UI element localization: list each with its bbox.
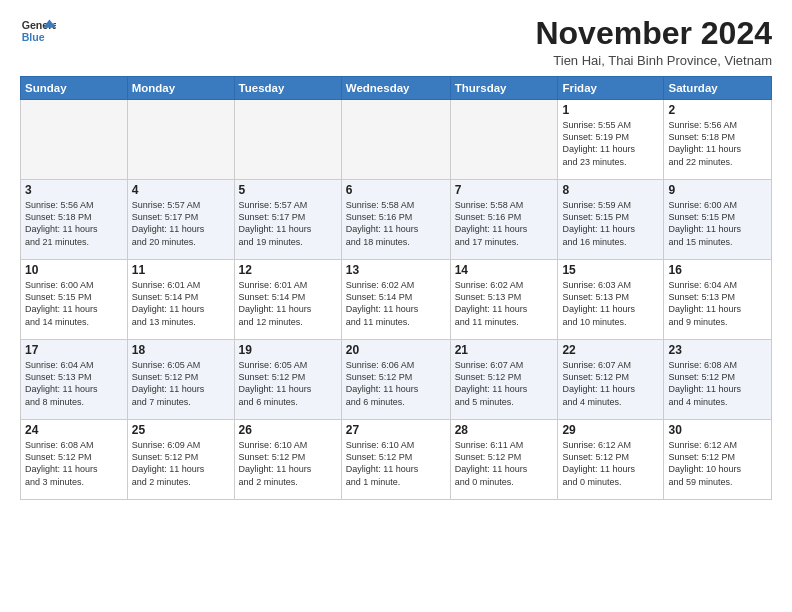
day-info: Sunrise: 6:10 AM Sunset: 5:12 PM Dayligh…: [346, 439, 446, 488]
day-number: 2: [668, 103, 767, 117]
day-info: Sunrise: 6:12 AM Sunset: 5:12 PM Dayligh…: [562, 439, 659, 488]
day-cell: 6Sunrise: 5:58 AM Sunset: 5:16 PM Daylig…: [341, 180, 450, 260]
week-row-0: 1Sunrise: 5:55 AM Sunset: 5:19 PM Daylig…: [21, 100, 772, 180]
day-info: Sunrise: 6:01 AM Sunset: 5:14 PM Dayligh…: [132, 279, 230, 328]
day-info: Sunrise: 5:56 AM Sunset: 5:18 PM Dayligh…: [25, 199, 123, 248]
day-info: Sunrise: 5:57 AM Sunset: 5:17 PM Dayligh…: [132, 199, 230, 248]
day-number: 15: [562, 263, 659, 277]
col-wednesday: Wednesday: [341, 77, 450, 100]
header-row: General Blue November 2024 Tien Hai, Tha…: [20, 16, 772, 68]
day-cell: [234, 100, 341, 180]
day-cell: 1Sunrise: 5:55 AM Sunset: 5:19 PM Daylig…: [558, 100, 664, 180]
day-cell: 28Sunrise: 6:11 AM Sunset: 5:12 PM Dayli…: [450, 420, 558, 500]
day-number: 18: [132, 343, 230, 357]
day-info: Sunrise: 6:06 AM Sunset: 5:12 PM Dayligh…: [346, 359, 446, 408]
day-cell: 17Sunrise: 6:04 AM Sunset: 5:13 PM Dayli…: [21, 340, 128, 420]
day-number: 3: [25, 183, 123, 197]
day-number: 13: [346, 263, 446, 277]
day-number: 20: [346, 343, 446, 357]
col-thursday: Thursday: [450, 77, 558, 100]
col-monday: Monday: [127, 77, 234, 100]
day-number: 12: [239, 263, 337, 277]
day-number: 17: [25, 343, 123, 357]
day-cell: 20Sunrise: 6:06 AM Sunset: 5:12 PM Dayli…: [341, 340, 450, 420]
header-row-days: Sunday Monday Tuesday Wednesday Thursday…: [21, 77, 772, 100]
day-number: 25: [132, 423, 230, 437]
day-cell: 8Sunrise: 5:59 AM Sunset: 5:15 PM Daylig…: [558, 180, 664, 260]
day-info: Sunrise: 6:01 AM Sunset: 5:14 PM Dayligh…: [239, 279, 337, 328]
day-number: 5: [239, 183, 337, 197]
day-cell: [341, 100, 450, 180]
day-cell: 16Sunrise: 6:04 AM Sunset: 5:13 PM Dayli…: [664, 260, 772, 340]
day-info: Sunrise: 5:55 AM Sunset: 5:19 PM Dayligh…: [562, 119, 659, 168]
day-number: 27: [346, 423, 446, 437]
day-info: Sunrise: 6:09 AM Sunset: 5:12 PM Dayligh…: [132, 439, 230, 488]
day-number: 21: [455, 343, 554, 357]
day-cell: 30Sunrise: 6:12 AM Sunset: 5:12 PM Dayli…: [664, 420, 772, 500]
day-cell: 13Sunrise: 6:02 AM Sunset: 5:14 PM Dayli…: [341, 260, 450, 340]
day-number: 10: [25, 263, 123, 277]
day-number: 6: [346, 183, 446, 197]
day-cell: 27Sunrise: 6:10 AM Sunset: 5:12 PM Dayli…: [341, 420, 450, 500]
day-number: 8: [562, 183, 659, 197]
svg-text:Blue: Blue: [22, 31, 45, 43]
col-saturday: Saturday: [664, 77, 772, 100]
day-number: 23: [668, 343, 767, 357]
day-number: 30: [668, 423, 767, 437]
day-number: 24: [25, 423, 123, 437]
day-cell: 24Sunrise: 6:08 AM Sunset: 5:12 PM Dayli…: [21, 420, 128, 500]
location: Tien Hai, Thai Binh Province, Vietnam: [535, 53, 772, 68]
day-info: Sunrise: 5:59 AM Sunset: 5:15 PM Dayligh…: [562, 199, 659, 248]
title-block: November 2024 Tien Hai, Thai Binh Provin…: [535, 16, 772, 68]
day-info: Sunrise: 6:04 AM Sunset: 5:13 PM Dayligh…: [25, 359, 123, 408]
logo: General Blue: [20, 16, 60, 46]
day-number: 29: [562, 423, 659, 437]
calendar-body: 1Sunrise: 5:55 AM Sunset: 5:19 PM Daylig…: [21, 100, 772, 500]
page: General Blue November 2024 Tien Hai, Tha…: [0, 0, 792, 510]
week-row-3: 17Sunrise: 6:04 AM Sunset: 5:13 PM Dayli…: [21, 340, 772, 420]
day-cell: 15Sunrise: 6:03 AM Sunset: 5:13 PM Dayli…: [558, 260, 664, 340]
day-info: Sunrise: 6:00 AM Sunset: 5:15 PM Dayligh…: [668, 199, 767, 248]
day-info: Sunrise: 5:56 AM Sunset: 5:18 PM Dayligh…: [668, 119, 767, 168]
day-cell: 29Sunrise: 6:12 AM Sunset: 5:12 PM Dayli…: [558, 420, 664, 500]
calendar: Sunday Monday Tuesday Wednesday Thursday…: [20, 76, 772, 500]
day-cell: 10Sunrise: 6:00 AM Sunset: 5:15 PM Dayli…: [21, 260, 128, 340]
day-cell: 22Sunrise: 6:07 AM Sunset: 5:12 PM Dayli…: [558, 340, 664, 420]
day-info: Sunrise: 6:12 AM Sunset: 5:12 PM Dayligh…: [668, 439, 767, 488]
day-info: Sunrise: 5:57 AM Sunset: 5:17 PM Dayligh…: [239, 199, 337, 248]
day-cell: 23Sunrise: 6:08 AM Sunset: 5:12 PM Dayli…: [664, 340, 772, 420]
day-number: 11: [132, 263, 230, 277]
day-cell: 3Sunrise: 5:56 AM Sunset: 5:18 PM Daylig…: [21, 180, 128, 260]
day-cell: 4Sunrise: 5:57 AM Sunset: 5:17 PM Daylig…: [127, 180, 234, 260]
day-info: Sunrise: 6:08 AM Sunset: 5:12 PM Dayligh…: [668, 359, 767, 408]
col-friday: Friday: [558, 77, 664, 100]
day-cell: 21Sunrise: 6:07 AM Sunset: 5:12 PM Dayli…: [450, 340, 558, 420]
col-tuesday: Tuesday: [234, 77, 341, 100]
week-row-2: 10Sunrise: 6:00 AM Sunset: 5:15 PM Dayli…: [21, 260, 772, 340]
day-number: 16: [668, 263, 767, 277]
day-info: Sunrise: 6:08 AM Sunset: 5:12 PM Dayligh…: [25, 439, 123, 488]
day-number: 4: [132, 183, 230, 197]
day-cell: 9Sunrise: 6:00 AM Sunset: 5:15 PM Daylig…: [664, 180, 772, 260]
day-number: 7: [455, 183, 554, 197]
day-cell: 7Sunrise: 5:58 AM Sunset: 5:16 PM Daylig…: [450, 180, 558, 260]
day-number: 1: [562, 103, 659, 117]
day-number: 22: [562, 343, 659, 357]
day-number: 9: [668, 183, 767, 197]
day-cell: [450, 100, 558, 180]
month-title: November 2024: [535, 16, 772, 51]
day-info: Sunrise: 6:05 AM Sunset: 5:12 PM Dayligh…: [132, 359, 230, 408]
day-cell: [21, 100, 128, 180]
day-info: Sunrise: 6:07 AM Sunset: 5:12 PM Dayligh…: [562, 359, 659, 408]
day-info: Sunrise: 6:11 AM Sunset: 5:12 PM Dayligh…: [455, 439, 554, 488]
day-cell: [127, 100, 234, 180]
day-info: Sunrise: 6:00 AM Sunset: 5:15 PM Dayligh…: [25, 279, 123, 328]
day-cell: 2Sunrise: 5:56 AM Sunset: 5:18 PM Daylig…: [664, 100, 772, 180]
day-number: 14: [455, 263, 554, 277]
day-cell: 26Sunrise: 6:10 AM Sunset: 5:12 PM Dayli…: [234, 420, 341, 500]
week-row-4: 24Sunrise: 6:08 AM Sunset: 5:12 PM Dayli…: [21, 420, 772, 500]
day-info: Sunrise: 5:58 AM Sunset: 5:16 PM Dayligh…: [346, 199, 446, 248]
col-sunday: Sunday: [21, 77, 128, 100]
day-info: Sunrise: 5:58 AM Sunset: 5:16 PM Dayligh…: [455, 199, 554, 248]
day-cell: 11Sunrise: 6:01 AM Sunset: 5:14 PM Dayli…: [127, 260, 234, 340]
